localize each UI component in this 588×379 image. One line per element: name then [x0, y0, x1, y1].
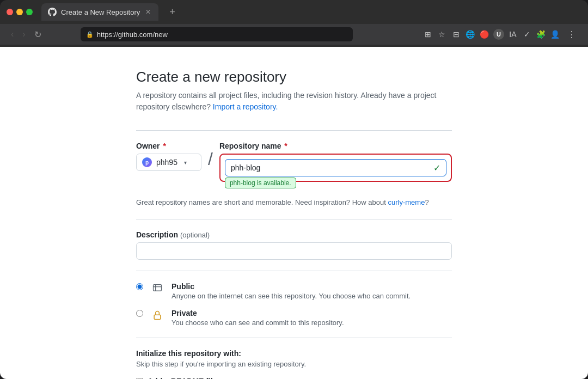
extension-icon-1[interactable]: 🔴 — [479, 29, 490, 40]
description-input[interactable] — [136, 242, 452, 260]
description-field-group: Description (optional) — [136, 230, 452, 260]
availability-tooltip: phh-blog is available. — [225, 178, 296, 188]
public-radio[interactable] — [136, 283, 143, 290]
public-label: Public — [171, 282, 411, 291]
private-radio[interactable] — [136, 310, 143, 317]
repo-name-input[interactable] — [231, 163, 430, 172]
title-bar: Create a New Repository ✕ + — [0, 0, 588, 24]
public-content: Public Anyone on the internet can see th… — [171, 282, 411, 300]
owner-repo-row: Owner * p phh95 ▾ / Repository name * — [136, 142, 452, 182]
extensions-icon[interactable]: 🧩 — [536, 29, 547, 40]
readme-label: Add a README file — [148, 377, 382, 380]
address-bar: ‹ › ↻ 🔒 https://github.com/new ⊞ ☆ ⊟ 🌐 🔴… — [0, 24, 588, 45]
tab-close-button[interactable]: ✕ — [144, 8, 152, 16]
init-section-title: Initialize this repository with: — [136, 349, 452, 358]
minimize-button[interactable] — [16, 9, 23, 15]
check-icon: ✓ — [433, 163, 440, 173]
menu-button[interactable]: ⋮ — [564, 28, 579, 41]
back-button[interactable]: ‹ — [9, 27, 16, 41]
repo-name-field-group: Repository name * ✓ phh-blog is availabl… — [219, 142, 452, 182]
repo-name-label: Repository name * — [219, 142, 452, 150]
shield-icon[interactable]: ✓ — [522, 29, 532, 40]
owner-name: phh95 — [156, 158, 177, 167]
private-content: Private You choose who can see and commi… — [171, 309, 344, 327]
profile-icon[interactable]: IA — [507, 29, 518, 40]
reading-list-icon[interactable]: ⊟ — [451, 29, 462, 40]
reload-button[interactable]: ↻ — [32, 27, 44, 42]
user-avatar-icon[interactable]: U — [493, 29, 504, 40]
top-divider — [136, 130, 452, 131]
private-label: Private — [171, 309, 344, 317]
repo-name-container: ✓ phh-blog is available. — [219, 154, 452, 182]
import-link[interactable]: Import a repository. — [213, 102, 278, 111]
forward-button[interactable]: › — [20, 27, 27, 41]
availability-text: Great repository names are short and mem… — [136, 197, 452, 208]
slash-divider: / — [208, 150, 213, 168]
new-tab-button[interactable]: + — [165, 7, 180, 18]
browser-icon[interactable]: 🌐 — [465, 29, 476, 40]
init-section-subtitle: Skip this step if you're importing an ex… — [136, 360, 452, 368]
optional-label: (optional) — [180, 231, 210, 239]
browser-tab[interactable]: Create a New Repository ✕ — [41, 3, 158, 21]
public-desc: Anyone on the internet can see this repo… — [171, 292, 411, 300]
mid-divider-2 — [136, 271, 452, 271]
readme-option: Add a README file This is where you can … — [136, 377, 452, 380]
url-bar[interactable]: 🔒 https://github.com/new — [81, 27, 353, 41]
description-label: Description (optional) — [136, 230, 452, 239]
toolbar-icons: ⊞ ☆ ⊟ 🌐 🔴 U IA ✓ 🧩 👤 ⋮ — [422, 28, 579, 41]
translate-icon[interactable]: ⊞ — [422, 29, 433, 40]
private-icon — [150, 308, 165, 323]
user-circle-icon[interactable]: 👤 — [550, 29, 561, 40]
owner-avatar: p — [142, 157, 152, 167]
url-text: https://github.com/new — [97, 30, 168, 39]
form-container: Create a new repository A repository con… — [136, 69, 452, 357]
private-desc: You choose who can see and commit to thi… — [171, 319, 344, 327]
visibility-radio-group: Public Anyone on the internet can see th… — [136, 282, 452, 327]
tab-favicon — [48, 8, 57, 16]
owner-field-group: Owner * p phh95 ▾ — [136, 142, 201, 171]
repo-name-required: * — [282, 142, 287, 150]
svg-rect-0 — [154, 284, 162, 291]
traffic-lights — [7, 9, 33, 15]
readme-content: Add a README file This is where you can … — [148, 377, 382, 380]
page-subtitle: A repository contains all project files,… — [136, 90, 452, 113]
mid-divider-1 — [136, 219, 452, 219]
public-icon — [150, 281, 165, 296]
window-chrome: Create a New Repository ✕ + ‹ › ↻ 🔒 http… — [0, 0, 588, 47]
inspiration-link[interactable]: curly-meme — [388, 198, 425, 206]
owner-required: * — [161, 142, 166, 150]
close-button[interactable] — [7, 9, 13, 15]
lock-icon: 🔒 — [86, 31, 94, 38]
tab-title: Create a New Repository — [61, 8, 140, 16]
page-title: Create a new repository — [136, 69, 452, 85]
dropdown-arrow-icon: ▾ — [184, 160, 187, 166]
owner-label: Owner * — [136, 142, 201, 150]
repo-name-input-wrapper: ✓ — [225, 159, 446, 176]
maximize-button[interactable] — [26, 9, 33, 15]
svg-rect-3 — [154, 315, 161, 319]
page-content-area: Create a new repository A repository con… — [0, 47, 588, 379]
bookmark-icon[interactable]: ☆ — [437, 29, 448, 40]
mid-divider-3 — [136, 338, 452, 338]
public-option: Public Anyone on the internet can see th… — [136, 282, 452, 300]
owner-dropdown[interactable]: p phh95 ▾ — [136, 154, 201, 171]
subtitle-text: A repository contains all project files,… — [136, 91, 436, 111]
private-option: Private You choose who can see and commi… — [136, 309, 452, 327]
